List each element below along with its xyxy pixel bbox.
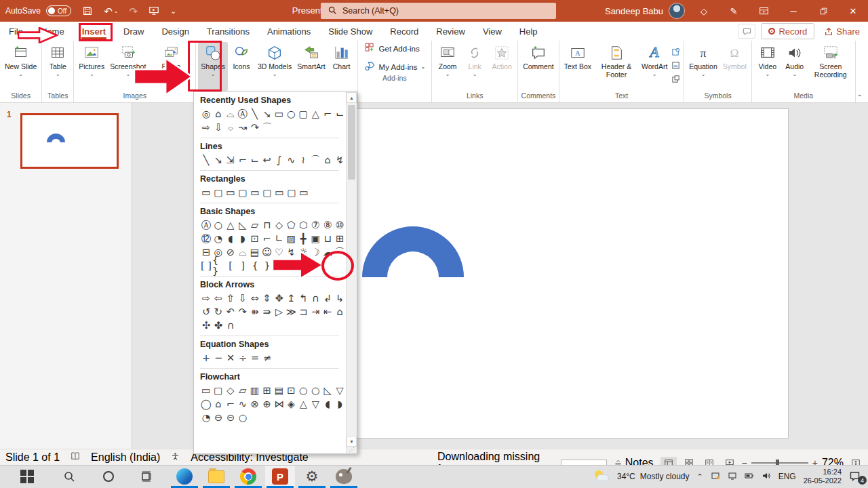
shape-item[interactable]: ↷	[237, 306, 249, 319]
shape-item[interactable]: ⇨	[200, 121, 212, 134]
shape-item[interactable]: ↝	[237, 121, 249, 134]
shape-item[interactable]: ≀	[297, 154, 309, 167]
shape-item[interactable]: { }	[212, 260, 224, 272]
shape-item[interactable]: ▱	[249, 219, 261, 232]
tab-animations[interactable]: Animations	[258, 22, 319, 41]
save-icon[interactable]	[77, 0, 98, 22]
equation-button[interactable]: πEquation⌄	[686, 42, 719, 91]
weather-desc[interactable]: Mostly cloudy	[640, 472, 690, 481]
input-language[interactable]: ENG	[778, 472, 796, 481]
shape-item[interactable]: ≠	[261, 352, 273, 365]
search-input[interactable]: Search (Alt+Q)	[321, 3, 556, 19]
resize-grip[interactable]: ⋰	[349, 447, 355, 453]
slide-thumbnail[interactable]	[20, 113, 119, 169]
shape-item[interactable]: ▢	[297, 108, 309, 121]
shape-item[interactable]: ▢	[212, 186, 224, 199]
shape-item[interactable]: ⌂	[321, 154, 334, 167]
shape-item[interactable]: ⇨	[200, 292, 212, 305]
user-name[interactable]: Sandeep Babu	[605, 6, 663, 16]
shape-item[interactable]: ⋈	[273, 398, 285, 411]
shape-item[interactable]: ↺	[200, 306, 212, 319]
shape-item[interactable]: ▭	[249, 186, 261, 199]
zoom-slider[interactable]	[751, 462, 808, 464]
cortana-icon[interactable]	[94, 466, 123, 487]
tab-design[interactable]: Design	[153, 22, 197, 41]
shape-item[interactable]: ⊐	[297, 306, 309, 319]
header-and-footer-button[interactable]: Header & Footer	[594, 42, 639, 91]
pictures-button[interactable]: Pictures⌄	[76, 42, 107, 91]
taskbar-app-powerpoint[interactable]: P	[265, 466, 295, 487]
record-button[interactable]: Record	[761, 23, 814, 39]
shape-item[interactable]: ✤	[212, 319, 224, 332]
shape-item[interactable]: ∩	[309, 292, 321, 305]
shape-item[interactable]: ▽	[309, 398, 321, 411]
shape-item[interactable]: ⇻	[249, 306, 261, 319]
shape-item[interactable]: ⇩	[212, 121, 224, 134]
tab-draw[interactable]: Draw	[115, 22, 153, 41]
shape-item[interactable]: ⌓	[224, 108, 237, 121]
shape-item[interactable]: ⊖	[212, 411, 224, 424]
shape-item[interactable]: ⊟	[200, 246, 212, 259]
shape-item[interactable]: ⊡	[285, 384, 297, 397]
object-icon[interactable]	[671, 74, 680, 86]
shape-item[interactable]: ⇛	[261, 306, 273, 319]
comments-bubble-icon[interactable]	[738, 24, 755, 39]
shape-item[interactable]: ╲	[200, 154, 212, 167]
shape-item[interactable]: ▱	[237, 384, 249, 397]
shape-item[interactable]: ↳	[334, 292, 346, 305]
shape-item[interactable]: ◺	[237, 219, 249, 232]
shape-item[interactable]: ◯	[200, 398, 212, 411]
date-time-icon[interactable]	[671, 47, 680, 59]
table-button[interactable]: Table⌄	[44, 42, 71, 91]
smartart-button[interactable]: SmartArt	[294, 42, 328, 91]
start-slideshow-icon[interactable]	[143, 0, 165, 22]
shape-item[interactable]: ▢	[261, 186, 273, 199]
shape-item[interactable]: △	[297, 398, 309, 411]
shape-item[interactable]: ⊡	[249, 232, 261, 245]
shape-item[interactable]: −	[212, 352, 224, 365]
shape-item[interactable]: ▤	[249, 246, 261, 259]
taskbar-app-file-explorer[interactable]	[201, 466, 231, 487]
shape-item[interactable]: ▭	[298, 186, 310, 199]
tab-review[interactable]: Review	[427, 22, 474, 41]
shape-item[interactable]: ↶	[224, 306, 237, 319]
shape-item[interactable]: ↩	[261, 154, 273, 167]
shape-item[interactable]: ☺	[261, 246, 273, 259]
shape-item[interactable]: +	[200, 352, 212, 365]
weather-icon[interactable]	[593, 470, 610, 483]
clock[interactable]: 16:2426-05-2022	[804, 468, 842, 485]
shape-item[interactable]: ↲	[321, 292, 334, 305]
shape-item[interactable]: ◇	[224, 384, 237, 397]
slide-number-icon[interactable]	[671, 60, 680, 73]
shape-item[interactable]: ✕	[224, 352, 237, 365]
shape-item[interactable]: ▷	[273, 306, 285, 319]
shape-item[interactable]: ✥	[273, 292, 285, 305]
shape-item[interactable]: ⌐	[321, 108, 334, 121]
tray-display-icon[interactable]	[728, 471, 737, 483]
shape-item[interactable]: ⌐	[237, 154, 249, 167]
shape-item[interactable]: ◈	[285, 398, 297, 411]
shape-item[interactable]: ↻	[212, 306, 224, 319]
shape-item[interactable]: ⊞	[334, 232, 346, 245]
minimize-button[interactable]: ─	[778, 0, 808, 22]
shape-item[interactable]: ⇩	[237, 292, 249, 305]
tray-volume-icon[interactable]	[762, 471, 771, 483]
avatar[interactable]	[669, 3, 685, 19]
shape-item[interactable]: △	[224, 219, 237, 232]
zoom-button[interactable]: Zoom⌄	[434, 42, 461, 91]
shape-item[interactable]: ▤	[273, 384, 285, 397]
undo-icon[interactable]: ↶⌄	[98, 0, 123, 22]
chart-button[interactable]: Chart	[328, 42, 355, 91]
collapse-ribbon-icon[interactable]: ⌃	[857, 94, 863, 101]
my-add-ins-button[interactable]: My Add-ins⌄	[364, 60, 426, 73]
shape-item[interactable]: ▨	[285, 232, 297, 245]
shape-item[interactable]: ○	[237, 411, 249, 424]
block-arc-shape[interactable]	[362, 226, 464, 277]
share-button[interactable]: Share	[820, 26, 864, 37]
shape-item[interactable]: ╋	[297, 232, 309, 245]
shape-item[interactable]: ⇦	[212, 292, 224, 305]
shape-item[interactable]: {	[249, 260, 261, 272]
shape-item[interactable]: ▽	[334, 384, 346, 397]
shape-item[interactable]: ▢	[285, 186, 298, 199]
shape-item[interactable]: ⑫	[200, 232, 212, 245]
